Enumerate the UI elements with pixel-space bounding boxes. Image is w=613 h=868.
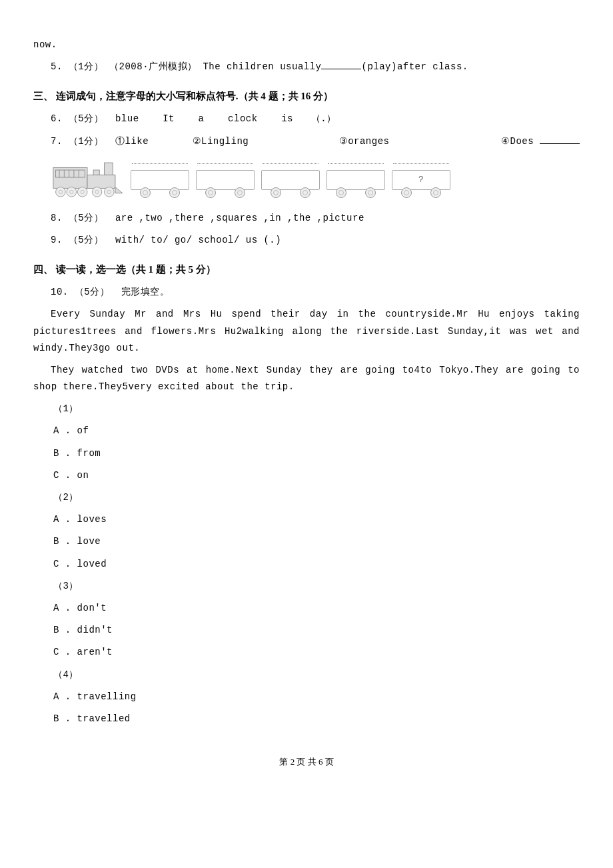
cloze-paragraph-1: Every Sunday Mr and Mrs Hu spend their d…	[33, 306, 580, 357]
choice-b[interactable]: B . love	[33, 533, 580, 550]
fill-blank[interactable]	[540, 134, 580, 144]
q-pts: （1分）	[69, 136, 103, 147]
choice-b[interactable]: B . didn't	[33, 622, 580, 639]
section-3-title: 三、 连词成句，注意字母的大小写和标点符号.（共 4 题；共 16 分）	[33, 87, 580, 105]
question-10: 10. （5分） 完形填空。	[33, 284, 580, 301]
q-num: 8.	[51, 213, 63, 223]
q-num: 7.	[51, 136, 63, 147]
q-num: 10.	[51, 287, 69, 297]
svg-rect-9	[93, 170, 99, 175]
question-9: 9. （5分） with/ to/ go/ school/ us (.)	[33, 232, 580, 249]
q-pts: （5分）	[69, 213, 103, 223]
q-type: 完形填空。	[121, 287, 170, 297]
svg-rect-0	[53, 167, 87, 188]
question-6: 6. （5分） blue It a clock is （.）	[33, 111, 580, 127]
group-num: （3）	[33, 578, 580, 595]
question-5: 5. （1分） （2008·广州模拟） The children usually…	[33, 59, 580, 75]
wagon	[261, 166, 320, 198]
word: （.）	[311, 113, 336, 124]
q-words: are ,two ,there ,squares ,in ,the ,pictu…	[115, 213, 364, 223]
word: blue	[115, 113, 139, 124]
q-text-after: (play)after class.	[361, 61, 468, 72]
group-num: （2）	[33, 489, 580, 506]
wagon	[326, 166, 385, 198]
q-pts: （5分）	[69, 113, 103, 124]
q-num: 6.	[51, 113, 63, 124]
q-year: （2008·广州模拟）	[109, 61, 197, 72]
cloze-paragraph-2: They watched two DVDs at home.Next Sunda…	[33, 362, 580, 395]
choice-c[interactable]: C . aren't	[33, 644, 580, 661]
group-num: （4）	[33, 667, 580, 683]
q-text-before: The children usually	[203, 61, 321, 72]
word: ②Lingling	[149, 133, 293, 150]
svg-point-13	[92, 187, 102, 197]
word: a	[199, 113, 205, 124]
train-image: ?	[51, 157, 580, 198]
choice-a[interactable]: A . don't	[33, 600, 580, 617]
choice-a[interactable]: A . travelling	[33, 689, 580, 705]
svg-rect-7	[87, 175, 115, 188]
wagon	[196, 166, 255, 198]
page-footer: 第 2 页 共 6 页	[33, 754, 580, 769]
svg-rect-8	[105, 163, 113, 175]
word: ④Does	[501, 136, 534, 147]
q-num: 9.	[51, 235, 63, 245]
question-8: 8. （5分） are ,two ,there ,squares ,in ,th…	[33, 210, 580, 227]
group-num: （1）	[33, 401, 580, 417]
svg-point-11	[67, 187, 77, 197]
choice-c[interactable]: C . on	[33, 467, 580, 484]
q-num: 5.	[51, 61, 63, 72]
q-pts: （1分）	[69, 61, 103, 72]
choice-a[interactable]: A . loves	[33, 511, 580, 528]
choice-a[interactable]: A . of	[33, 423, 580, 439]
word: ③oranges	[293, 133, 436, 150]
fill-blank[interactable]	[321, 59, 361, 69]
svg-point-10	[56, 187, 66, 197]
q-pts: （5分）	[69, 235, 103, 245]
svg-point-12	[77, 187, 87, 197]
choice-b[interactable]: B . travelled	[33, 711, 580, 727]
wagon: ?	[392, 166, 450, 198]
word: is	[281, 113, 293, 124]
wagon	[131, 166, 189, 198]
hanging-text: now.	[33, 37, 580, 53]
q-pts: （5分）	[75, 287, 109, 297]
choice-b[interactable]: B . from	[33, 445, 580, 462]
choice-c[interactable]: C . loved	[33, 556, 580, 573]
locomotive-icon	[51, 157, 124, 198]
svg-point-14	[105, 187, 115, 197]
question-7: 7. （1分） ①like ②Lingling ③oranges ④Does	[33, 133, 580, 150]
q-words: with/ to/ go/ school/ us (.)	[115, 235, 281, 245]
section-4-title: 四、 读一读，选一选（共 1 题；共 5 分）	[33, 261, 580, 279]
word: clock	[228, 113, 258, 124]
word: ①like	[115, 136, 149, 147]
word: It	[163, 113, 175, 124]
